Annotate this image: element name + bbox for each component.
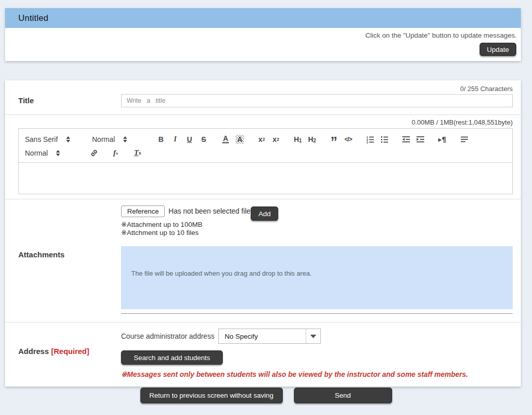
- message-form: 0/ 255 Characters Title 0.00MB / 1MB(res…: [5, 80, 521, 387]
- code-block-button[interactable]: </>: [342, 133, 354, 145]
- size-picker[interactable]: Normal: [92, 135, 141, 143]
- blockquote-icon: ”: [331, 134, 338, 144]
- add-button[interactable]: Add: [251, 206, 278, 221]
- link-icon: [90, 149, 99, 158]
- code-block-icon: </>: [344, 136, 351, 143]
- rich-text-editor: Sans Serif Normal B I U S A A: [18, 128, 513, 194]
- message-title-bar: Untitled: [5, 8, 521, 28]
- title-section: 0/ 255 Characters Title: [5, 80, 521, 115]
- search-add-students-button[interactable]: Search and add students: [121, 350, 223, 365]
- attachment-count-note: ※Attchment up to 10 files: [121, 229, 513, 237]
- blockquote-button[interactable]: ”: [328, 133, 340, 145]
- attachments-label: Attachments: [18, 250, 65, 259]
- course-admin-row: Course administrator address No Specify: [121, 329, 513, 344]
- update-button-row: Update: [5, 43, 521, 56]
- address-section: Address [Required] Course administrator …: [5, 322, 521, 387]
- update-button[interactable]: Update: [480, 43, 516, 56]
- svg-text:3: 3: [366, 140, 368, 143]
- subscript-button[interactable]: x2: [256, 133, 268, 145]
- clean-format-button[interactable]: Tx: [132, 147, 143, 159]
- editor-toolbar: Sans Serif Normal B I U S A A: [19, 129, 512, 162]
- dropzone-text: The file will be uploaded when you drag …: [131, 270, 312, 277]
- superscript-button[interactable]: x2: [270, 133, 282, 145]
- link-button[interactable]: [88, 147, 100, 159]
- clean-format-icon: T: [134, 149, 138, 157]
- picker-arrows-icon: [56, 150, 60, 156]
- header-picker[interactable]: Normal: [25, 149, 74, 157]
- header-2-button[interactable]: H2: [306, 133, 318, 145]
- course-admin-selected-value: No Specify: [219, 329, 306, 343]
- title-input[interactable]: [121, 94, 513, 107]
- underline-button[interactable]: U: [184, 133, 195, 145]
- course-admin-select[interactable]: No Specify: [218, 329, 321, 344]
- title-char-counter: 0/ 255 Characters: [5, 80, 521, 93]
- dropzone-divider: [121, 313, 513, 314]
- background-color-icon: A: [235, 135, 244, 144]
- file-select-row: Reference Has not been selected file. Ad…: [121, 205, 513, 221]
- picker-arrows-icon: [66, 136, 70, 142]
- strikethrough-button[interactable]: S: [198, 133, 210, 145]
- students-message-warning: ※Messages sent only between students wil…: [121, 370, 513, 378]
- address-label: Address: [18, 347, 49, 355]
- required-tag: [Required]: [51, 347, 89, 355]
- picker-arrows-icon: [123, 136, 127, 142]
- formula-sub: x: [116, 151, 119, 156]
- text-color-icon: A: [222, 135, 228, 143]
- attachment-size-note: ※Attachment up to 100MB: [121, 221, 513, 229]
- align-left-icon: [460, 135, 469, 144]
- font-picker-value: Sans Serif: [25, 135, 58, 143]
- font-picker[interactable]: Sans Serif: [25, 135, 78, 143]
- superscript-digit: 2: [277, 137, 279, 142]
- header-1-digit: 1: [299, 136, 302, 145]
- toolbar-row-1: Sans Serif Normal B I U S A A: [25, 132, 507, 146]
- outdent-button[interactable]: [400, 133, 412, 145]
- message-title: Untitled: [18, 13, 48, 23]
- header-2-digit: 2: [313, 136, 316, 145]
- formula-button[interactable]: fx: [110, 147, 122, 159]
- select-arrow-button[interactable]: [306, 329, 320, 343]
- size-picker-value: Normal: [92, 135, 115, 143]
- editor-section: 0.00MB / 1MB(rest:1,048,551byte) Sans Se…: [5, 115, 521, 199]
- editor-content-area[interactable]: [19, 162, 512, 194]
- header-2-icon: H: [308, 135, 313, 143]
- text-color-button[interactable]: A: [220, 133, 231, 145]
- update-hint-text: Click on the "Update" button to update m…: [5, 28, 521, 39]
- align-button[interactable]: [458, 133, 470, 145]
- no-file-text: Has not been selected file.: [168, 205, 252, 217]
- header-picker-value: Normal: [25, 149, 48, 157]
- course-admin-label: Course administrator address: [121, 332, 215, 340]
- chevron-down-icon: [310, 335, 316, 338]
- outdent-icon: [401, 135, 411, 144]
- bullet-list-button[interactable]: [378, 133, 390, 145]
- editor-size-info: 0.00MB / 1MB(rest:1,048,551byte): [5, 115, 521, 126]
- title-label: Title: [18, 96, 34, 105]
- bold-button[interactable]: B: [155, 133, 167, 145]
- background-color-button[interactable]: A: [234, 133, 246, 145]
- file-dropzone[interactable]: The file will be uploaded when you drag …: [121, 246, 513, 309]
- header-1-button[interactable]: H1: [292, 133, 304, 145]
- ordered-list-icon: 1 2 3: [366, 135, 375, 144]
- clean-format-sub: x: [139, 151, 141, 156]
- text-direction-button[interactable]: ▸¶: [436, 133, 448, 145]
- toolbar-row-2: Normal fx Tx: [25, 146, 507, 160]
- subscript-icon: x: [258, 135, 262, 143]
- subscript-digit: 2: [262, 137, 265, 142]
- header-1-icon: H: [294, 135, 299, 143]
- superscript-icon: x: [273, 135, 277, 143]
- ordered-list-button[interactable]: 1 2 3: [364, 133, 376, 145]
- footer-actions: Return to previous screen without saving…: [0, 388, 532, 403]
- return-button[interactable]: Return to previous screen without saving: [140, 388, 283, 403]
- send-button[interactable]: Send: [294, 388, 392, 403]
- update-panel: Untitled Click on the "Update" button to…: [5, 8, 521, 61]
- bullet-list-icon: [380, 135, 389, 144]
- indent-icon: [416, 135, 425, 144]
- reference-button[interactable]: Reference: [121, 205, 165, 217]
- indent-button[interactable]: [415, 133, 426, 145]
- italic-button[interactable]: I: [169, 133, 181, 145]
- attachments-section: Attachments Reference Has not been selec…: [5, 199, 521, 322]
